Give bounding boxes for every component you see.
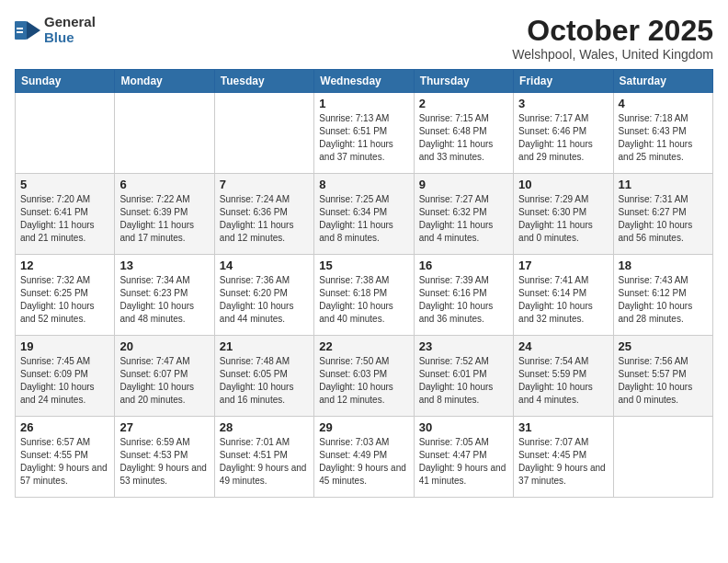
- table-cell: 20Sunrise: 7:47 AM Sunset: 6:07 PM Dayli…: [115, 336, 214, 417]
- table-cell: 29Sunrise: 7:03 AM Sunset: 4:49 PM Dayli…: [314, 417, 414, 498]
- cell-info: Sunrise: 7:56 AM Sunset: 5:57 PM Dayligh…: [619, 355, 708, 407]
- table-cell: 10Sunrise: 7:29 AM Sunset: 6:30 PM Dayli…: [514, 174, 613, 255]
- cell-day-number: 14: [220, 259, 309, 272]
- week-row-5: 26Sunrise: 6:57 AM Sunset: 4:55 PM Dayli…: [16, 417, 713, 498]
- cell-info: Sunrise: 7:03 AM Sunset: 4:49 PM Dayligh…: [319, 436, 408, 488]
- cell-day-number: 26: [20, 420, 109, 434]
- cell-info: Sunrise: 7:13 AM Sunset: 6:51 PM Dayligh…: [319, 112, 408, 164]
- calendar-table: Sunday Monday Tuesday Wednesday Thursday…: [15, 69, 713, 498]
- page-header: General Blue October 2025 Welshpool, Wal…: [15, 15, 713, 62]
- cell-info: Sunrise: 7:34 AM Sunset: 6:23 PM Dayligh…: [119, 274, 209, 326]
- table-cell: 27Sunrise: 6:59 AM Sunset: 4:53 PM Dayli…: [115, 417, 214, 498]
- logo-text: General Blue: [44, 15, 96, 45]
- cell-info: Sunrise: 7:36 AM Sunset: 6:20 PM Dayligh…: [220, 274, 309, 326]
- cell-day-number: 16: [419, 259, 508, 272]
- table-cell: [214, 93, 313, 174]
- table-cell: [115, 93, 214, 174]
- cell-day-number: 12: [20, 259, 109, 272]
- cell-day-number: 18: [619, 259, 708, 272]
- cell-info: Sunrise: 7:52 AM Sunset: 6:01 PM Dayligh…: [419, 355, 508, 407]
- svg-rect-3: [17, 31, 23, 33]
- week-row-1: 1Sunrise: 7:13 AM Sunset: 6:51 PM Daylig…: [16, 93, 713, 174]
- table-cell: [16, 93, 115, 174]
- cell-day-number: 24: [518, 339, 608, 353]
- cell-day-number: 4: [619, 97, 708, 110]
- cell-day-number: 9: [419, 178, 508, 191]
- logo-icon: [15, 21, 40, 40]
- cell-info: Sunrise: 7:43 AM Sunset: 6:12 PM Dayligh…: [619, 274, 708, 326]
- table-cell: 30Sunrise: 7:05 AM Sunset: 4:47 PM Dayli…: [414, 417, 513, 498]
- table-cell: 25Sunrise: 7:56 AM Sunset: 5:57 PM Dayli…: [613, 336, 712, 417]
- cell-day-number: 3: [518, 97, 608, 110]
- cell-day-number: 1: [319, 97, 408, 110]
- cell-day-number: 22: [319, 339, 408, 353]
- table-cell: 5Sunrise: 7:20 AM Sunset: 6:41 PM Daylig…: [16, 174, 115, 255]
- logo-blue: Blue: [44, 29, 74, 45]
- table-cell: 7Sunrise: 7:24 AM Sunset: 6:36 PM Daylig…: [214, 174, 313, 255]
- table-cell: 11Sunrise: 7:31 AM Sunset: 6:27 PM Dayli…: [613, 174, 712, 255]
- header-friday: Friday: [514, 70, 613, 93]
- table-cell: 21Sunrise: 7:48 AM Sunset: 6:05 PM Dayli…: [214, 336, 313, 417]
- cell-info: Sunrise: 7:48 AM Sunset: 6:05 PM Dayligh…: [220, 355, 309, 407]
- cell-day-number: 29: [319, 420, 408, 434]
- table-cell: 4Sunrise: 7:18 AM Sunset: 6:43 PM Daylig…: [613, 93, 712, 174]
- logo-general: General: [44, 14, 96, 29]
- cell-info: Sunrise: 7:25 AM Sunset: 6:34 PM Dayligh…: [319, 193, 408, 245]
- cell-day-number: 27: [119, 420, 209, 434]
- cell-info: Sunrise: 7:20 AM Sunset: 6:41 PM Dayligh…: [20, 193, 109, 245]
- week-row-2: 5Sunrise: 7:20 AM Sunset: 6:41 PM Daylig…: [16, 174, 713, 255]
- cell-info: Sunrise: 7:41 AM Sunset: 6:14 PM Dayligh…: [518, 274, 608, 326]
- cell-day-number: 21: [220, 339, 309, 353]
- month-title: October 2025: [512, 15, 713, 47]
- table-cell: 31Sunrise: 7:07 AM Sunset: 4:45 PM Dayli…: [514, 417, 613, 498]
- cell-info: Sunrise: 7:45 AM Sunset: 6:09 PM Dayligh…: [20, 355, 109, 407]
- cell-info: Sunrise: 6:57 AM Sunset: 4:55 PM Dayligh…: [20, 436, 109, 488]
- table-cell: 8Sunrise: 7:25 AM Sunset: 6:34 PM Daylig…: [314, 174, 414, 255]
- cell-day-number: 31: [518, 420, 608, 434]
- cell-info: Sunrise: 7:39 AM Sunset: 6:16 PM Dayligh…: [419, 274, 508, 326]
- header-tuesday: Tuesday: [214, 70, 313, 93]
- table-cell: 18Sunrise: 7:43 AM Sunset: 6:12 PM Dayli…: [613, 255, 712, 336]
- table-cell: 2Sunrise: 7:15 AM Sunset: 6:48 PM Daylig…: [414, 93, 513, 174]
- table-cell: 9Sunrise: 7:27 AM Sunset: 6:32 PM Daylig…: [414, 174, 513, 255]
- cell-info: Sunrise: 7:24 AM Sunset: 6:36 PM Dayligh…: [220, 193, 309, 245]
- table-cell: 22Sunrise: 7:50 AM Sunset: 6:03 PM Dayli…: [314, 336, 414, 417]
- table-cell: 16Sunrise: 7:39 AM Sunset: 6:16 PM Dayli…: [414, 255, 513, 336]
- cell-day-number: 6: [119, 178, 209, 191]
- table-cell: 17Sunrise: 7:41 AM Sunset: 6:14 PM Dayli…: [514, 255, 613, 336]
- svg-rect-2: [17, 28, 23, 29]
- cell-info: Sunrise: 7:38 AM Sunset: 6:18 PM Dayligh…: [319, 274, 408, 326]
- header-thursday: Thursday: [414, 70, 513, 93]
- header-saturday: Saturday: [613, 70, 712, 93]
- table-cell: 13Sunrise: 7:34 AM Sunset: 6:23 PM Dayli…: [115, 255, 214, 336]
- cell-info: Sunrise: 7:05 AM Sunset: 4:47 PM Dayligh…: [419, 436, 508, 488]
- cell-day-number: 23: [419, 339, 508, 353]
- cell-info: Sunrise: 7:22 AM Sunset: 6:39 PM Dayligh…: [119, 193, 209, 245]
- cell-info: Sunrise: 7:54 AM Sunset: 5:59 PM Dayligh…: [518, 355, 608, 407]
- cell-info: Sunrise: 7:29 AM Sunset: 6:30 PM Dayligh…: [518, 193, 608, 245]
- cell-day-number: 2: [419, 97, 508, 110]
- week-row-4: 19Sunrise: 7:45 AM Sunset: 6:09 PM Dayli…: [16, 336, 713, 417]
- cell-info: Sunrise: 7:31 AM Sunset: 6:27 PM Dayligh…: [619, 193, 708, 245]
- cell-day-number: 28: [220, 420, 309, 434]
- week-row-3: 12Sunrise: 7:32 AM Sunset: 6:25 PM Dayli…: [16, 255, 713, 336]
- logo: General Blue: [15, 15, 96, 45]
- header-sunday: Sunday: [16, 70, 115, 93]
- header-monday: Monday: [115, 70, 214, 93]
- cell-day-number: 11: [619, 178, 708, 191]
- cell-day-number: 17: [518, 259, 608, 272]
- header-wednesday: Wednesday: [314, 70, 414, 93]
- cell-day-number: 7: [220, 178, 309, 191]
- cell-day-number: 8: [319, 178, 408, 191]
- cell-info: Sunrise: 7:47 AM Sunset: 6:07 PM Dayligh…: [119, 355, 209, 407]
- cell-info: Sunrise: 7:17 AM Sunset: 6:46 PM Dayligh…: [518, 112, 608, 164]
- table-cell: 26Sunrise: 6:57 AM Sunset: 4:55 PM Dayli…: [16, 417, 115, 498]
- cell-day-number: 13: [119, 259, 209, 272]
- cell-info: Sunrise: 7:15 AM Sunset: 6:48 PM Dayligh…: [419, 112, 508, 164]
- weekday-header-row: Sunday Monday Tuesday Wednesday Thursday…: [16, 70, 713, 93]
- cell-info: Sunrise: 7:27 AM Sunset: 6:32 PM Dayligh…: [419, 193, 508, 245]
- svg-rect-0: [15, 21, 27, 40]
- title-area: October 2025 Welshpool, Wales, United Ki…: [512, 15, 713, 62]
- svg-marker-1: [27, 21, 40, 40]
- table-cell: 6Sunrise: 7:22 AM Sunset: 6:39 PM Daylig…: [115, 174, 214, 255]
